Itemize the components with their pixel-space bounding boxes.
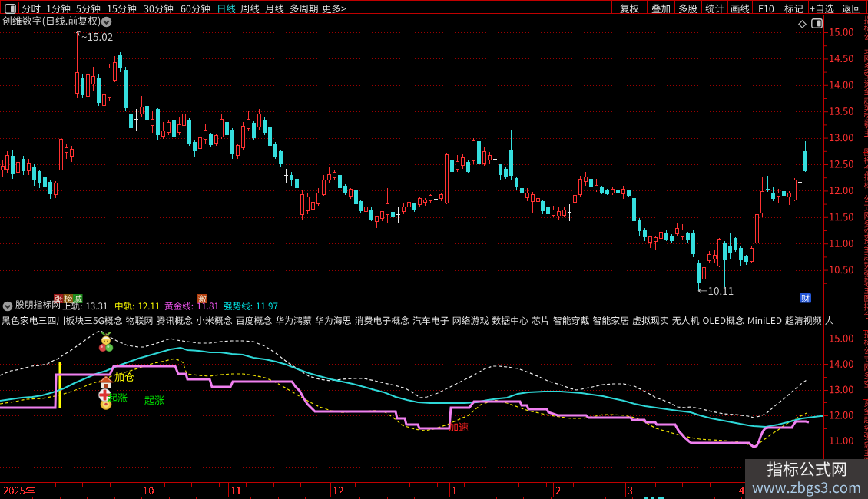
price-axis-labels	[824, 28, 853, 454]
period-toolbar	[0, 1, 868, 14]
svg-text	[830, 187, 853, 194]
frame-lines	[0, 15, 863, 497]
svg-text	[864, 195, 868, 203]
svg-text	[864, 96, 868, 104]
watermark-title	[745, 461, 868, 480]
signal-label-起涨	[108, 393, 127, 402]
svg-text	[830, 107, 853, 115]
svg-text	[830, 335, 853, 342]
time-axis	[4, 483, 851, 499]
svg-text	[864, 245, 868, 253]
right-sidebar-strip	[863, 16, 868, 465]
diamond-icon[interactable]	[797, 18, 807, 32]
toolbar-divider	[752, 1, 753, 14]
svg-text	[830, 28, 853, 36]
svg-text	[231, 487, 240, 494]
svg-text	[864, 181, 868, 189]
svg-text	[864, 286, 868, 294]
svg-text	[864, 129, 868, 137]
svg-text	[864, 228, 868, 236]
svg-text	[864, 441, 868, 448]
house-icon	[99, 376, 114, 388]
toolbar-divider	[647, 1, 648, 14]
svg-text	[108, 393, 127, 402]
svg-text	[864, 121, 868, 129]
chart-canvas	[0, 0, 868, 499]
series-中轨	[0, 359, 807, 447]
svg-text	[864, 203, 868, 211]
svg-text	[830, 411, 853, 419]
svg-text	[864, 165, 868, 173]
indicator-field-黄金线	[164, 300, 219, 315]
svg-text	[864, 220, 868, 227]
watermark	[745, 459, 868, 499]
indicator-field-中轨	[114, 300, 161, 315]
app-root	[0, 0, 868, 499]
indicator-field-上轨	[62, 300, 108, 315]
indicator-pane	[0, 331, 823, 447]
svg-text	[830, 437, 853, 444]
svg-text	[830, 55, 853, 62]
stock-title	[2, 16, 101, 28]
series-强势线	[0, 348, 823, 427]
svg-text	[864, 330, 868, 338]
svg-text	[556, 487, 561, 494]
signal-bar	[59, 362, 61, 408]
toolbar-divider	[674, 1, 675, 14]
svg-text	[333, 487, 343, 494]
svg-text	[864, 424, 868, 431]
toolbar-divider	[727, 1, 728, 14]
svg-text	[864, 236, 868, 244]
svg-text	[864, 270, 868, 278]
svg-text	[864, 46, 868, 54]
svg-text	[830, 160, 853, 168]
svg-text	[864, 407, 868, 415]
toolbar-divider	[808, 1, 809, 14]
panel-split-icon[interactable]	[811, 17, 823, 31]
svg-text	[864, 104, 868, 112]
svg-text	[864, 261, 868, 269]
svg-text	[449, 422, 468, 431]
svg-text	[864, 113, 868, 121]
svg-text	[864, 173, 868, 180]
tumbler-doll-icon	[99, 332, 113, 352]
toolbar-divider	[701, 1, 702, 14]
svg-text	[864, 415, 868, 423]
toolbar-divider	[780, 1, 780, 14]
svg-text	[864, 88, 868, 95]
chevron-down-circle-icon[interactable]	[2, 300, 13, 315]
svg-text	[864, 399, 868, 407]
svg-text	[830, 213, 853, 221]
svg-text	[830, 134, 853, 141]
indicator-site-label[interactable]	[15, 300, 61, 310]
indicator-field-强势线	[224, 300, 278, 315]
indicator-header	[0, 299, 860, 311]
svg-text	[864, 347, 868, 355]
svg-text	[830, 240, 853, 247]
svg-text	[144, 395, 164, 405]
toolbar-divider	[866, 1, 867, 14]
svg-text	[830, 266, 853, 273]
svg-text	[739, 487, 744, 494]
svg-text	[864, 79, 868, 87]
series-黄金线	[0, 366, 809, 447]
svg-text	[82, 33, 113, 41]
svg-text	[4, 486, 35, 495]
svg-text	[830, 81, 853, 89]
svg-text	[864, 63, 868, 71]
title-bar	[0, 15, 868, 28]
svg-text	[864, 380, 868, 388]
chevron-down-circle-icon[interactable]	[101, 16, 112, 31]
svg-text	[452, 487, 456, 494]
svg-text	[864, 355, 868, 362]
concept-tags[interactable]	[2, 316, 862, 328]
svg-text	[864, 364, 868, 371]
svg-text	[864, 157, 868, 164]
toolbar-divider	[837, 1, 837, 14]
svg-text	[864, 278, 868, 286]
svg-text	[864, 33, 868, 41]
svg-text	[864, 432, 868, 440]
signal-label-加速	[449, 422, 468, 431]
svg-text	[864, 55, 868, 62]
toolbar-divider	[611, 1, 612, 14]
